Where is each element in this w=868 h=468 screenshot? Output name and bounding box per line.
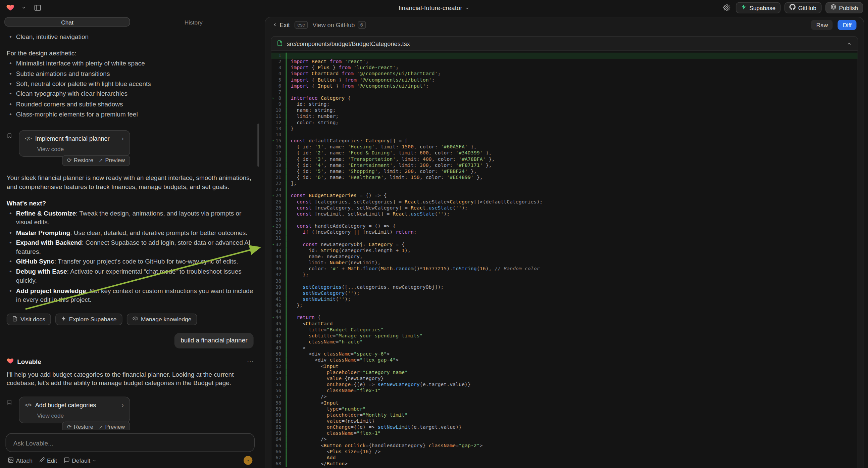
bookmark-icon[interactable] (7, 399, 12, 409)
tab-chat[interactable]: Chat (4, 17, 130, 27)
implement-financial-planner-card[interactable]: Implement financial planner View code (19, 130, 130, 157)
prompt-input-box[interactable] (6, 433, 255, 452)
project-menu[interactable]: financial-future-creator (399, 2, 469, 12)
code-line: 50 <div className="space-y-6"> (272, 351, 858, 357)
diff-toggle-button[interactable]: Diff (838, 20, 856, 30)
raw-toggle-button[interactable]: Raw (811, 20, 833, 30)
code-line: 13} (272, 126, 858, 132)
supabase-bolt-icon (61, 316, 66, 323)
visit-docs-button[interactable]: Visit docs (7, 314, 51, 325)
code-line: 61 value={newLimit} (272, 418, 858, 425)
chat-history-tabs: Chat History (4, 17, 256, 27)
settings-gear-icon[interactable] (722, 2, 732, 12)
design-aesthetic-intro: For the design aesthetic: (7, 49, 254, 58)
app-window: financial-future-creator Supabase GitHub… (0, 0, 868, 468)
preview-button[interactable]: Preview (99, 157, 125, 165)
composer-toolbar: Attach Edit Default (6, 456, 255, 465)
send-button[interactable] (244, 456, 252, 465)
supabase-button[interactable]: Supabase (736, 2, 780, 13)
workspace-chevron-down-icon[interactable] (19, 2, 29, 12)
list-item: Subtle animations and transitions (7, 69, 254, 78)
code-line: 28 (272, 217, 858, 223)
manage-knowledge-button[interactable]: Manage knowledge (126, 314, 197, 325)
code-line: 9 id: string; (272, 101, 858, 108)
attach-button[interactable]: Attach (8, 457, 33, 464)
code-line: 6import { Input } from '@/components/ui/… (272, 83, 858, 89)
code-line: 53 placeholder="Category name" (272, 370, 858, 376)
esc-kbd-hint: esc (294, 21, 307, 29)
chat-scrollbar-thumb[interactable] (257, 123, 259, 167)
sidebar-toggle-icon[interactable] (33, 2, 42, 12)
globe-icon (830, 4, 836, 11)
exit-button[interactable]: Exit (273, 22, 290, 28)
chevron-right-icon (121, 401, 124, 410)
code-line: 58 <Input (272, 400, 858, 406)
composer: Attach Edit Default (0, 430, 260, 468)
code-line: 45 <ChartCard (272, 321, 858, 327)
list-item: Clean typography with clear hierarchies (7, 90, 254, 99)
assistant-intro-text: I'll help you add budget categories to t… (7, 370, 254, 388)
prompt-input[interactable] (12, 439, 248, 447)
view-on-github-button[interactable]: View on GitHub 6 (313, 21, 366, 29)
bookmark-icon[interactable] (7, 133, 12, 142)
docs-icon (12, 316, 18, 323)
tab-history[interactable]: History (131, 17, 256, 27)
pencil-icon (39, 457, 45, 464)
edit-button[interactable]: Edit (39, 457, 57, 464)
restore-button[interactable]: Restore (67, 157, 93, 165)
topbar: financial-future-creator Supabase GitHub… (0, 0, 868, 15)
code-line: 15const defaultCategories: Category[] = … (272, 138, 858, 144)
collapse-chevron-up-icon[interactable] (846, 39, 852, 49)
message-options-button[interactable] (247, 357, 254, 367)
code-line: 4import ChartCard from '@/components/ui/… (272, 71, 858, 77)
view-code-link[interactable]: View code (37, 145, 124, 153)
list-item: Debug with Ease: Activate our experiment… (7, 268, 254, 285)
code-line: 27 const [newLimit, setNewLimit] = React… (272, 211, 858, 217)
code-line: 38 (272, 278, 858, 284)
code-line: 60 placeholder="Monthly limit" (272, 412, 858, 418)
github-button[interactable]: GitHub (784, 2, 822, 13)
publish-button[interactable]: Publish (825, 2, 863, 13)
code-line: 14 (272, 132, 858, 138)
add-budget-categories-card[interactable]: Add budget categories View code (19, 397, 130, 423)
code-line: 67 Add (272, 455, 858, 461)
card-title: Implement financial planner (35, 135, 110, 143)
code-line: 32 const newCategoryObj: Category = { (272, 241, 858, 247)
list-item: Add project knowledge: Set key context o… (7, 287, 254, 304)
partial-bullet-list: Clean, intuitive navigation (7, 31, 254, 42)
file-header[interactable]: src/components/budget/BudgetCategories.t… (272, 37, 858, 51)
send-arrow-icon (247, 456, 249, 465)
code-editor[interactable]: 12import React from 'react';3import { Pl… (272, 51, 858, 468)
code-line: 21 { id: '6', name: 'Healthcare', limit:… (272, 175, 858, 181)
code-line: 52 <Input (272, 363, 858, 369)
view-code-link[interactable]: View code (37, 412, 124, 420)
preview-button[interactable]: Preview (99, 423, 125, 430)
code-line: 62 onChange={(e) => setNewLimit(e.target… (272, 425, 858, 430)
restore-button[interactable]: Restore (67, 423, 93, 430)
code-line: 48 className="h-auto" (272, 339, 858, 345)
code-line: 1 (272, 53, 858, 59)
code-line: 11 limit: number; (272, 114, 858, 119)
code-line: 12 color: string; (272, 119, 858, 125)
chat-mode-selector[interactable]: Default (64, 457, 97, 464)
code-line: 17 { id: '2', name: 'Food & Dining', lim… (272, 150, 858, 156)
planner-ready-text: Your sleek financial planner is now read… (7, 174, 254, 192)
code-viewer-panel: Exit esc View on GitHub 6 Raw Diff src/c… (265, 17, 864, 468)
explore-supabase-button[interactable]: Explore Supabase (55, 314, 122, 325)
chat-message-list: Clean, intuitive navigation For the desi… (0, 27, 260, 430)
code-line: 3import { Plus } from 'lucide-react'; (272, 65, 858, 71)
lovable-logo-heart-icon[interactable] (5, 2, 15, 12)
code-line: 24const BudgetCategories = () => { (272, 193, 858, 199)
code-line: 59 type="number" (272, 406, 858, 412)
restore-icon (67, 157, 72, 165)
code-line: 39 setCategories([...categories, newCate… (272, 284, 858, 290)
list-item: Expand with Backend: Connect Supabase to… (7, 239, 254, 256)
file-path: src/components/budget/BudgetCategories.t… (287, 40, 410, 47)
code-change-card-1: Implement financial planner View code Re… (19, 130, 130, 166)
code-line: 47 subtitle="Manage your spending limits… (272, 333, 858, 339)
code-line: 30 if (!newCategory || !newLimit) return… (272, 229, 858, 235)
code-line: 34 name: newCategory, (272, 254, 858, 260)
design-bullet-list: Minimalist interface with plenty of whit… (7, 58, 254, 120)
code-line: 41 setNewLimit(''); (272, 296, 858, 302)
project-chevron-down-icon (465, 2, 469, 12)
